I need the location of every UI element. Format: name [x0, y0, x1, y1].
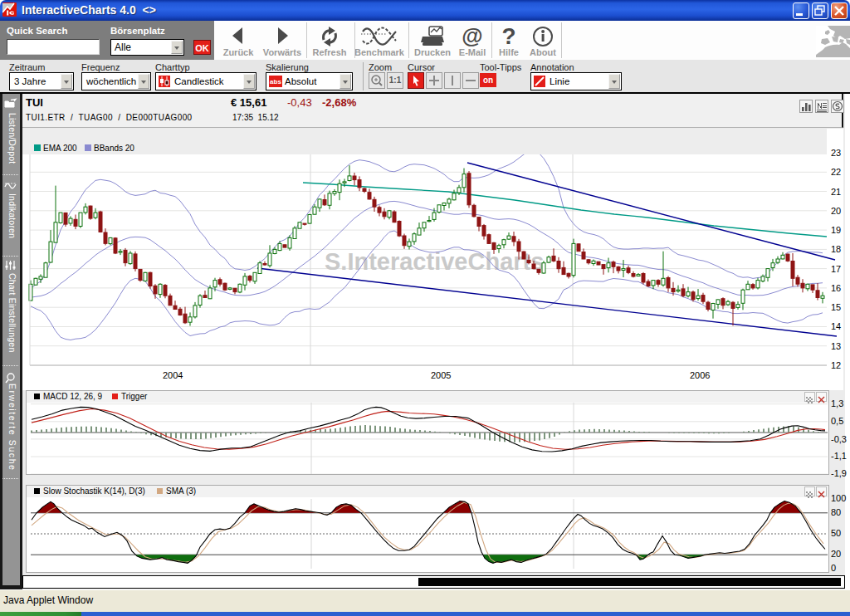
svg-text:?: ?	[501, 25, 515, 48]
svg-text:23: 23	[831, 148, 841, 158]
svg-text:@: @	[462, 25, 482, 48]
svg-text:16: 16	[831, 283, 841, 293]
svg-text:2005: 2005	[431, 370, 451, 380]
svg-text:abs: abs	[270, 78, 281, 86]
svg-text:13: 13	[831, 341, 841, 351]
svg-text:17: 17	[831, 264, 841, 274]
svg-text:21: 21	[831, 187, 841, 197]
svg-text:2004: 2004	[163, 370, 183, 380]
svg-text:20: 20	[831, 206, 841, 216]
svg-text:18: 18	[831, 244, 841, 254]
svg-text:2006: 2006	[690, 370, 710, 380]
svg-text:15: 15	[831, 302, 841, 312]
svg-text:22: 22	[831, 167, 841, 177]
svg-text:19: 19	[831, 225, 841, 235]
svg-text:12: 12	[831, 360, 841, 370]
svg-text:14: 14	[831, 321, 841, 331]
